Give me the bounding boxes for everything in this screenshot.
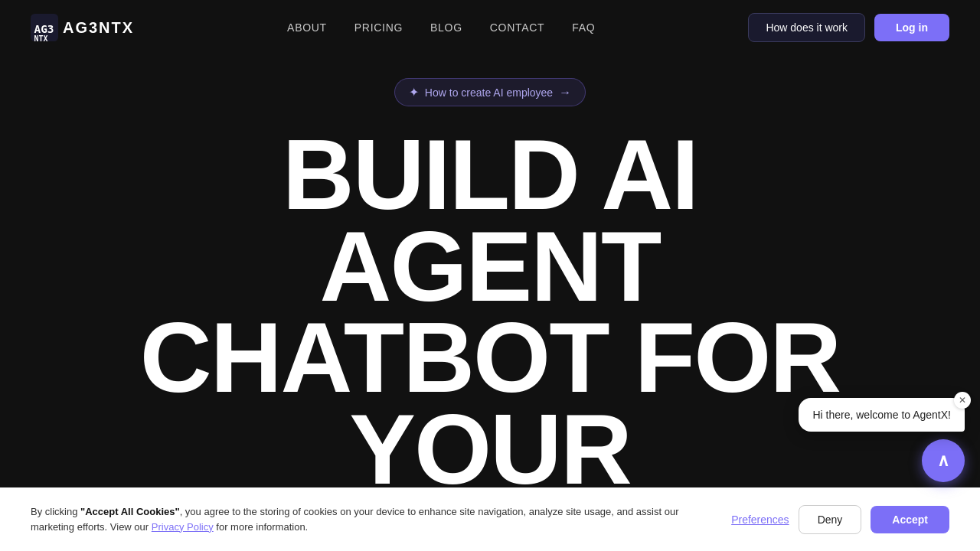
cookie-text-end: for more information. xyxy=(214,521,309,533)
preferences-button[interactable]: Preferences xyxy=(731,514,789,526)
sparkle-icon: ✦ xyxy=(409,85,419,99)
brand-name: AG3NTX xyxy=(63,19,134,37)
chat-bubble: Hi there, welcome to AgentX! xyxy=(799,398,965,432)
svg-text:NTX: NTX xyxy=(34,34,48,41)
main-nav: ABOUT PRICING BLOG CONTACT FAQ xyxy=(287,21,595,34)
svg-text:AG3: AG3 xyxy=(34,23,54,35)
nav-contact[interactable]: CONTACT xyxy=(490,21,545,34)
chat-widget: Hi there, welcome to AgentX! ✕ ∧ xyxy=(799,398,965,482)
arrow-icon: → xyxy=(559,86,571,99)
chat-bubble-container: Hi there, welcome to AgentX! ✕ xyxy=(799,398,965,432)
hero-pill-text: How to create AI employee xyxy=(425,86,553,99)
cookie-bold-text: "Accept All Cookies" xyxy=(80,506,180,517)
logo[interactable]: AG3 NTX AG3NTX xyxy=(31,14,134,41)
chat-open-button[interactable]: ∧ xyxy=(922,439,965,482)
header: AG3 NTX AG3NTX ABOUT PRICING BLOG CONTAC… xyxy=(0,0,980,55)
header-actions: How does it work Log in xyxy=(748,13,949,42)
nav-blog[interactable]: BLOG xyxy=(430,21,462,34)
deny-button[interactable]: Deny xyxy=(799,505,862,534)
cookie-banner: By clicking "Accept All Cookies", you ag… xyxy=(0,487,980,551)
how-it-works-button[interactable]: How does it work xyxy=(748,13,865,42)
chat-close-button[interactable]: ✕ xyxy=(954,392,971,409)
login-button[interactable]: Log in xyxy=(874,14,949,41)
nav-pricing[interactable]: PRICING xyxy=(354,21,403,34)
nav-faq[interactable]: FAQ xyxy=(572,21,595,34)
nav-about[interactable]: ABOUT xyxy=(287,21,327,34)
cookie-text-before: By clicking xyxy=(31,506,80,517)
cookie-actions: Preferences Deny Accept xyxy=(731,505,949,534)
cookie-text: By clicking "Accept All Cookies", you ag… xyxy=(31,504,716,534)
hero-pill[interactable]: ✦ How to create AI employee → xyxy=(394,78,586,106)
hero-title: BUILD AI AGENT CHATBOT FOR YOUR xyxy=(140,129,840,495)
privacy-policy-link[interactable]: Privacy Policy xyxy=(152,521,214,533)
accept-button[interactable]: Accept xyxy=(871,506,949,533)
